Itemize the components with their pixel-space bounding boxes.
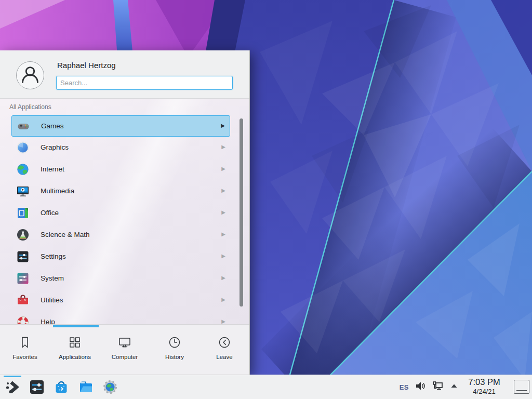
user-avatar[interactable] (16, 61, 44, 89)
chevron-right-icon: ▶ (221, 318, 225, 324)
category-label: System (41, 274, 64, 282)
science-icon (16, 228, 30, 242)
system-settings-task-icon[interactable] (28, 375, 46, 399)
chevron-right-icon: ▶ (221, 123, 225, 128)
chevron-right-icon: ▶ (221, 209, 225, 215)
network-icon[interactable] (432, 380, 444, 394)
taskbar-apps (3, 375, 125, 399)
list-scrollbar[interactable] (240, 118, 243, 307)
settings-icon (16, 250, 30, 263)
tab-label: History (165, 354, 184, 360)
tab-label: Applications (59, 354, 91, 360)
tab-label: Leave (216, 354, 232, 360)
category-label: Games (41, 122, 64, 130)
section-label: All Applications (9, 103, 51, 111)
launcher-body: All Applications (0, 99, 249, 324)
category-utilities[interactable]: Utilities ▶ (11, 290, 230, 311)
system-icon (16, 272, 30, 285)
tab-label: Computer (112, 354, 138, 360)
launcher-header: Raphael Hertzog (0, 50, 249, 99)
multimedia-icon (16, 184, 30, 198)
category-label: Science & Math (41, 231, 90, 238)
tab-history[interactable]: History (150, 325, 200, 375)
tab-leave[interactable]: Leave (200, 325, 249, 375)
graphics-icon (16, 141, 30, 154)
tab-favorites[interactable]: Favorites (0, 325, 50, 375)
internet-icon (16, 163, 30, 176)
dolphin-task-icon[interactable] (76, 375, 95, 399)
show-desktop-button[interactable] (514, 380, 529, 394)
konqueror-task-icon[interactable] (101, 375, 119, 399)
office-icon (16, 206, 30, 220)
application-launcher-menu: Raphael Hertzog All Applications (0, 50, 250, 375)
category-games[interactable]: Games ▶ (11, 115, 230, 137)
category-label: Help (41, 318, 55, 324)
category-multimedia[interactable]: Multimedia ▶ (11, 181, 230, 202)
clock-time: 7:03 PM (460, 377, 508, 387)
chevron-right-icon: ▶ (221, 275, 225, 281)
active-task-indicator (4, 376, 21, 377)
volume-icon[interactable] (415, 380, 426, 394)
konqueror-icon (102, 379, 118, 395)
applications-icon (68, 336, 82, 349)
system-settings-icon (29, 379, 45, 395)
category-label: Office (41, 209, 59, 217)
category-system[interactable]: System ▶ (11, 268, 230, 289)
chevron-right-icon: ▶ (221, 253, 225, 259)
utilities-icon (16, 294, 30, 307)
category-office[interactable]: Office ▶ (11, 203, 230, 224)
active-tab-indicator (53, 325, 99, 327)
chevron-right-icon: ▶ (221, 297, 225, 302)
leave-icon (218, 336, 231, 349)
launcher-tabbar: Favorites Applications (0, 324, 249, 375)
expand-tray-arrow[interactable] (450, 382, 458, 392)
category-label: Utilities (41, 296, 63, 304)
user-name: Raphael Hertzog (57, 61, 116, 70)
discover-task-icon[interactable] (52, 375, 71, 399)
dolphin-folder-icon (78, 379, 94, 395)
chevron-right-icon: ▶ (221, 144, 225, 150)
chevron-right-icon: ▶ (221, 166, 225, 171)
discover-icon (54, 379, 69, 395)
tab-applications[interactable]: Applications (50, 325, 100, 375)
category-label: Multimedia (41, 187, 74, 195)
category-graphics[interactable]: Graphics ▶ (11, 137, 230, 158)
app-launcher-button[interactable] (3, 375, 22, 399)
category-settings[interactable]: Settings ▶ (11, 246, 230, 268)
history-icon (168, 336, 181, 349)
category-label: Settings (41, 252, 66, 260)
category-help[interactable]: Help ▶ (11, 312, 230, 324)
category-list: Games ▶ Graphics (0, 113, 249, 324)
system-tray: ES (400, 375, 458, 399)
category-label: Internet (41, 165, 64, 173)
category-science-math[interactable]: Science & Math ▶ (11, 224, 230, 246)
category-internet[interactable]: Internet ▶ (11, 159, 230, 180)
desktop: Raphael Hertzog All Applications (0, 0, 532, 399)
computer-icon (118, 336, 131, 349)
favorites-icon (18, 336, 32, 349)
digital-clock[interactable]: 7:03 PM 4/24/21 (460, 377, 508, 396)
user-icon (17, 62, 44, 89)
tab-computer[interactable]: Computer (100, 325, 150, 375)
tab-label: Favorites (12, 354, 37, 360)
games-icon (17, 119, 30, 133)
taskbar-panel: ES 7:03 (0, 375, 532, 399)
clock-date: 4/24/21 (460, 387, 508, 396)
kickoff-icon (4, 379, 21, 395)
keyboard-layout-indicator[interactable]: ES (400, 383, 409, 391)
chevron-right-icon: ▶ (221, 188, 225, 193)
category-label: Graphics (41, 143, 69, 151)
search-input[interactable] (56, 76, 233, 90)
chevron-right-icon: ▶ (221, 231, 225, 237)
help-icon (16, 315, 30, 324)
